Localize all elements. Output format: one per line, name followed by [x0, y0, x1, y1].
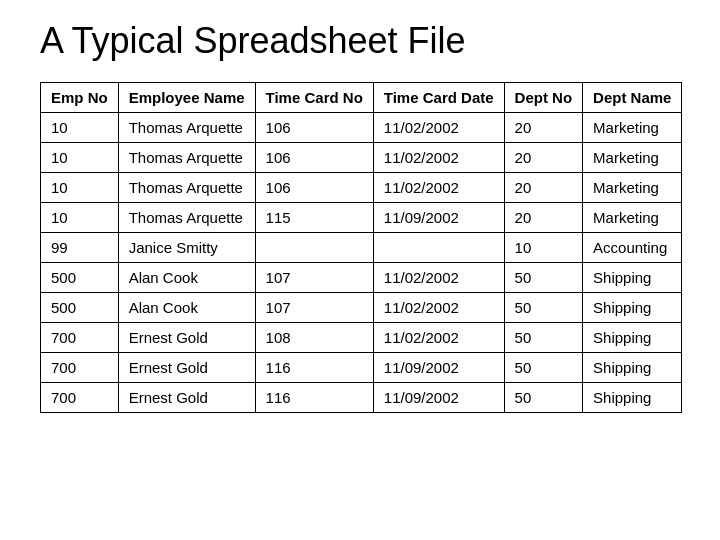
table-cell: 20 [504, 113, 583, 143]
table-cell: 11/02/2002 [373, 323, 504, 353]
table-cell: Shipping [583, 293, 682, 323]
table-cell: 11/02/2002 [373, 143, 504, 173]
table-row: 10Thomas Arquette11511/09/200220Marketin… [41, 203, 682, 233]
column-header: Dept Name [583, 83, 682, 113]
table-cell: 116 [255, 353, 373, 383]
table-cell: Alan Cook [118, 293, 255, 323]
page-title: A Typical Spreadsheet File [40, 20, 466, 62]
table-cell: Shipping [583, 323, 682, 353]
table-cell: Shipping [583, 263, 682, 293]
table-cell: Thomas Arquette [118, 173, 255, 203]
table-header-row: Emp NoEmployee NameTime Card NoTime Card… [41, 83, 682, 113]
table-cell: 50 [504, 293, 583, 323]
table-cell: 20 [504, 173, 583, 203]
table-cell: 11/09/2002 [373, 203, 504, 233]
table-cell: 500 [41, 263, 119, 293]
table-cell: Ernest Gold [118, 353, 255, 383]
table-cell: Ernest Gold [118, 323, 255, 353]
table-cell: 10 [41, 143, 119, 173]
table-row: 10Thomas Arquette10611/02/200220Marketin… [41, 143, 682, 173]
table-cell: 11/02/2002 [373, 293, 504, 323]
table-cell: 11/02/2002 [373, 113, 504, 143]
table-cell: 700 [41, 383, 119, 413]
table-cell: 108 [255, 323, 373, 353]
table-row: 10Thomas Arquette10611/02/200220Marketin… [41, 113, 682, 143]
table-cell: 10 [41, 173, 119, 203]
column-header: Dept No [504, 83, 583, 113]
table-cell: Accounting [583, 233, 682, 263]
table-cell: 11/09/2002 [373, 353, 504, 383]
table-cell: Ernest Gold [118, 383, 255, 413]
table-cell: Thomas Arquette [118, 113, 255, 143]
table-cell: 99 [41, 233, 119, 263]
table-row: 10Thomas Arquette10611/02/200220Marketin… [41, 173, 682, 203]
table-cell: Janice Smitty [118, 233, 255, 263]
table-cell: Thomas Arquette [118, 143, 255, 173]
table-cell: Alan Cook [118, 263, 255, 293]
table-cell: 106 [255, 173, 373, 203]
table-cell: 11/09/2002 [373, 383, 504, 413]
table-cell [255, 233, 373, 263]
table-cell: 11/02/2002 [373, 173, 504, 203]
table-cell: Marketing [583, 143, 682, 173]
table-cell: Marketing [583, 173, 682, 203]
table-cell: 10 [41, 203, 119, 233]
table-cell: 50 [504, 353, 583, 383]
table-row: 700Ernest Gold11611/09/200250Shipping [41, 383, 682, 413]
table-cell: 50 [504, 323, 583, 353]
column-header: Employee Name [118, 83, 255, 113]
table-cell: 700 [41, 323, 119, 353]
table-cell: Shipping [583, 353, 682, 383]
table-row: 99Janice Smitty10Accounting [41, 233, 682, 263]
table-cell: 20 [504, 203, 583, 233]
table-cell: 10 [504, 233, 583, 263]
table-cell: Marketing [583, 203, 682, 233]
table-cell: Marketing [583, 113, 682, 143]
column-header: Time Card No [255, 83, 373, 113]
table-cell: 107 [255, 293, 373, 323]
column-header: Time Card Date [373, 83, 504, 113]
spreadsheet-table: Emp NoEmployee NameTime Card NoTime Card… [40, 82, 682, 413]
table-cell: 116 [255, 383, 373, 413]
table-cell [373, 233, 504, 263]
table-row: 700Ernest Gold11611/09/200250Shipping [41, 353, 682, 383]
table-body: 10Thomas Arquette10611/02/200220Marketin… [41, 113, 682, 413]
table-row: 500Alan Cook10711/02/200250Shipping [41, 293, 682, 323]
table-cell: 10 [41, 113, 119, 143]
table-cell: Thomas Arquette [118, 203, 255, 233]
table-cell: 106 [255, 143, 373, 173]
column-header: Emp No [41, 83, 119, 113]
table-cell: 20 [504, 143, 583, 173]
table-cell: 700 [41, 353, 119, 383]
table-cell: 107 [255, 263, 373, 293]
table-cell: 50 [504, 383, 583, 413]
table-row: 700Ernest Gold10811/02/200250Shipping [41, 323, 682, 353]
table-cell: 500 [41, 293, 119, 323]
table-cell: 50 [504, 263, 583, 293]
table-cell: 11/02/2002 [373, 263, 504, 293]
table-cell: 106 [255, 113, 373, 143]
table-row: 500Alan Cook10711/02/200250Shipping [41, 263, 682, 293]
table-cell: Shipping [583, 383, 682, 413]
table-cell: 115 [255, 203, 373, 233]
